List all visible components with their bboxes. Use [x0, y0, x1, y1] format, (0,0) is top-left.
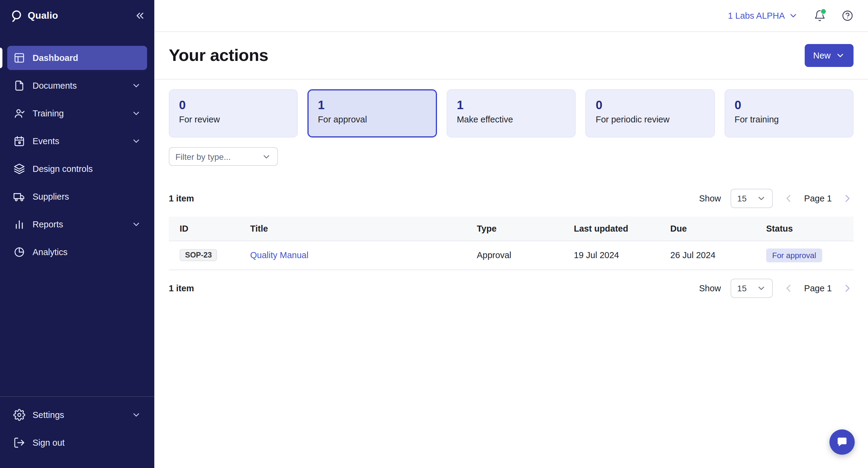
page-size-value: 15	[737, 194, 747, 203]
stat-card-for-training[interactable]: 0 For training	[724, 89, 854, 138]
sidebar-item-dashboard[interactable]: Dashboard	[7, 46, 147, 70]
stat-card-for-review[interactable]: 0 For review	[169, 89, 298, 138]
sidebar-item-label: Events	[33, 136, 59, 146]
chevron-down-icon	[756, 283, 766, 293]
sidebar-item-label: Settings	[33, 410, 64, 420]
sidebar-item-sign-out[interactable]: Sign out	[7, 431, 147, 455]
chat-bubble-icon	[835, 435, 849, 449]
sidebar-bottom: Settings Sign out	[0, 396, 154, 468]
next-page-button[interactable]	[841, 282, 854, 294]
truck-icon	[13, 191, 25, 203]
chevron-down-icon	[131, 81, 141, 90]
help-circle-icon	[841, 10, 854, 22]
notifications-button[interactable]	[814, 10, 826, 22]
brand: Qualio	[10, 9, 58, 22]
stat-label: For review	[179, 115, 288, 124]
chevron-down-icon	[261, 152, 271, 161]
sidebar-item-design-controls[interactable]: Design controls	[7, 157, 147, 181]
column-header-title: Title	[250, 216, 477, 241]
cell-due: 26 Jul 2024	[670, 241, 766, 270]
chevron-down-icon	[756, 194, 766, 203]
table-row: SOP-23 Quality Manual Approval 19 Jul 20…	[169, 241, 854, 270]
page-indicator: Page 1	[804, 283, 832, 293]
chevron-right-icon	[841, 193, 854, 204]
stat-card-for-periodic-review[interactable]: 0 For periodic review	[585, 89, 715, 138]
stat-card-for-approval[interactable]: 1 For approval	[308, 89, 437, 138]
list-controls: Show 15 Page 1	[699, 189, 854, 208]
sidebar-item-label: Training	[33, 109, 64, 118]
bar-chart-icon	[13, 218, 25, 230]
sign-out-icon	[13, 437, 25, 449]
chevron-down-icon	[788, 11, 798, 21]
sidebar-item-label: Design controls	[33, 164, 93, 174]
chevron-down-icon	[131, 410, 141, 420]
page-indicator: Page 1	[804, 194, 832, 203]
page-title: Your actions	[169, 46, 268, 65]
page-size-select[interactable]: 15	[731, 189, 773, 208]
stat-count: 1	[457, 98, 566, 112]
sidebar-item-events[interactable]: Events	[7, 129, 147, 153]
previous-page-button[interactable]	[782, 193, 795, 204]
app: Qualio Dashboard	[0, 0, 868, 468]
sidebar-item-settings[interactable]: Settings	[7, 403, 147, 427]
chevron-left-icon	[782, 193, 795, 204]
list-toolbar-bottom: 1 item Show 15 Page 1	[169, 278, 854, 298]
list-controls: Show 15 Page 1	[699, 278, 854, 298]
next-page-button[interactable]	[841, 193, 854, 204]
new-button[interactable]: New	[805, 44, 854, 67]
layers-icon	[13, 163, 25, 175]
sidebar-item-label: Suppliers	[33, 192, 69, 201]
action-stat-cards: 0 For review 1 For approval 1 Make effec…	[169, 89, 854, 138]
table-header-row: ID Title Type Last updated Due Status	[169, 216, 854, 241]
cell-status: For approval	[766, 241, 854, 270]
sidebar-item-analytics[interactable]: Analytics	[7, 240, 147, 264]
stat-count: 1	[318, 98, 427, 112]
list-toolbar-top: 1 item Show 15 Page 1	[169, 189, 854, 208]
org-switcher[interactable]: 1 Labs ALPHA	[728, 11, 798, 21]
page-size-select[interactable]: 15	[731, 278, 773, 298]
sidebar-item-suppliers[interactable]: Suppliers	[7, 184, 147, 209]
notification-dot	[820, 8, 827, 14]
chevron-down-icon	[131, 136, 141, 146]
previous-page-button[interactable]	[782, 282, 795, 294]
sidebar-item-label: Reports	[33, 220, 63, 229]
chevron-right-icon	[841, 282, 854, 294]
document-title-link[interactable]: Quality Manual	[250, 250, 308, 260]
chevron-down-icon	[131, 109, 141, 118]
calendar-icon	[13, 135, 25, 147]
chevron-down-icon	[835, 51, 845, 60]
show-label: Show	[699, 194, 721, 203]
cell-type: Approval	[477, 241, 574, 270]
show-label: Show	[699, 283, 721, 293]
cell-id: SOP-23	[169, 241, 250, 270]
page-header: Your actions New	[154, 32, 868, 80]
sidebar-item-label: Documents	[33, 81, 77, 90]
stat-label: For approval	[318, 115, 427, 124]
qualio-logo-icon	[10, 9, 23, 22]
sidebar-item-documents[interactable]: Documents	[7, 74, 147, 98]
dashboard-icon	[13, 52, 25, 64]
filter-select-label: Filter by type...	[176, 152, 231, 161]
filter-by-type-select[interactable]: Filter by type...	[169, 147, 278, 166]
new-button-label: New	[813, 51, 831, 60]
stat-count: 0	[735, 98, 843, 112]
status-badge: For approval	[766, 248, 822, 262]
chat-launcher-button[interactable]	[830, 430, 855, 455]
item-count: 1 item	[169, 194, 194, 203]
sidebar-item-training[interactable]: Training	[7, 101, 147, 125]
column-header-status: Status	[766, 216, 854, 241]
stat-card-make-effective[interactable]: 1 Make effective	[447, 89, 576, 138]
sidebar-item-reports[interactable]: Reports	[7, 212, 147, 236]
sidebar-item-label: Dashboard	[33, 53, 79, 63]
gear-icon	[13, 409, 25, 421]
brand-name: Qualio	[28, 10, 58, 21]
help-button[interactable]	[841, 10, 854, 22]
stat-label: For periodic review	[595, 115, 704, 124]
user-icon	[13, 107, 25, 119]
sidebar-collapse-button[interactable]	[134, 10, 146, 22]
stat-count: 0	[595, 98, 704, 112]
page-size-value: 15	[737, 283, 747, 293]
main-area: 1 Labs ALPHA Your actions New	[154, 0, 868, 468]
document-icon	[13, 80, 25, 92]
chevron-left-icon	[782, 282, 795, 294]
